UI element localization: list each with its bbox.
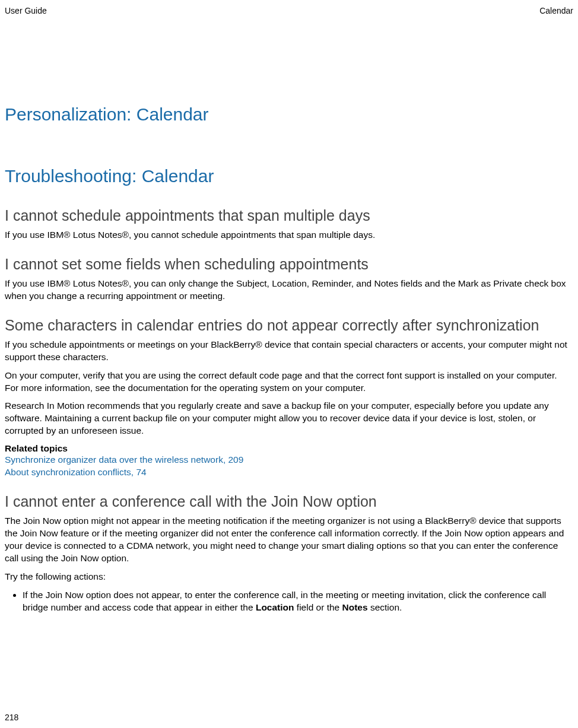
bullet-list: If the Join Now option does not appear, …	[5, 589, 573, 614]
related-topics-heading: Related topics	[5, 443, 573, 454]
paragraph: On your computer, verify that you are us…	[5, 370, 573, 395]
header-right: Calendar	[539, 6, 573, 15]
link-sync-organizer[interactable]: Synchronize organizer data over the wire…	[5, 454, 573, 466]
paragraph: If you schedule appointments or meetings…	[5, 339, 573, 364]
paragraph: The Join Now option might not appear in …	[5, 515, 573, 565]
page-header: User Guide Calendar	[5, 6, 573, 15]
heading-troubleshooting: Troubleshooting: Calendar	[5, 166, 573, 186]
subheading: I cannot set some fields when scheduling…	[5, 256, 573, 273]
subheading: Some characters in calendar entries do n…	[5, 317, 573, 334]
paragraph: If you use IBM® Lotus Notes®, you can on…	[5, 278, 573, 303]
section-multiple-days: I cannot schedule appointments that span…	[5, 207, 573, 241]
paragraph: Research In Motion recommends that you r…	[5, 400, 573, 437]
text: section.	[368, 602, 402, 612]
subheading: I cannot enter a conference call with th…	[5, 493, 573, 510]
bold-text: Notes	[342, 602, 368, 612]
text: field or the	[294, 602, 342, 612]
link-sync-conflicts[interactable]: About synchronization conflicts, 74	[5, 466, 573, 479]
list-item: If the Join Now option does not appear, …	[23, 589, 573, 614]
section-characters-sync: Some characters in calendar entries do n…	[5, 317, 573, 479]
paragraph: If you use IBM® Lotus Notes®, you cannot…	[5, 229, 573, 241]
header-left: User Guide	[5, 6, 47, 15]
subheading: I cannot schedule appointments that span…	[5, 207, 573, 224]
bold-text: Location	[256, 602, 294, 612]
paragraph: Try the following actions:	[5, 571, 573, 583]
heading-personalization: Personalization: Calendar	[5, 104, 573, 125]
page-number: 218	[5, 713, 18, 722]
section-set-fields: I cannot set some fields when scheduling…	[5, 256, 573, 303]
section-join-now: I cannot enter a conference call with th…	[5, 493, 573, 613]
